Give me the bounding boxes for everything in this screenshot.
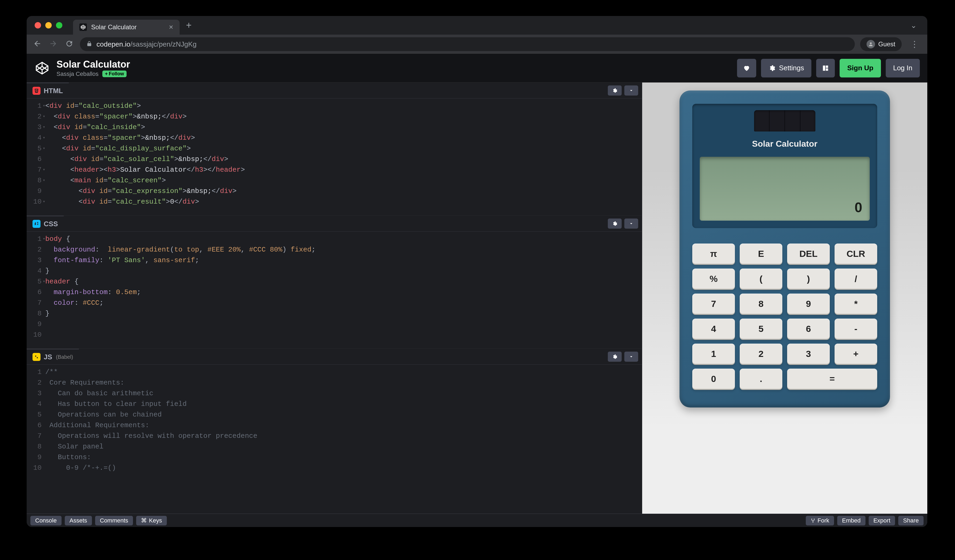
codepen-header: Solar Calculator Sassja Ceballos +Follow… xyxy=(27,54,927,83)
minimize-window-button[interactable] xyxy=(45,22,52,28)
browser-menu-icon[interactable]: ⋮ xyxy=(907,39,922,49)
fork-icon xyxy=(811,518,816,523)
html-tab[interactable]: HTML xyxy=(27,83,69,98)
maximize-window-button[interactable] xyxy=(56,22,63,28)
follow-button[interactable]: +Follow xyxy=(102,70,127,77)
close-window-button[interactable] xyxy=(34,22,41,28)
svg-point-14 xyxy=(813,522,813,523)
fork-button[interactable]: Fork xyxy=(806,516,834,526)
comments-button[interactable]: Comments xyxy=(95,516,133,526)
panel-collapse-button[interactable] xyxy=(624,86,638,95)
calc-display-surface: Solar Calculator 0 xyxy=(692,104,877,228)
calc-button-/[interactable]: / xyxy=(834,268,877,289)
signup-button[interactable]: Sign Up xyxy=(840,59,881,78)
console-button[interactable]: Console xyxy=(30,516,61,526)
calc-button-7[interactable]: 7 xyxy=(692,293,735,314)
calc-button-CLR[interactable]: CLR xyxy=(834,243,877,264)
svg-rect-9 xyxy=(826,69,828,71)
browser-tab[interactable]: Solar Calculator × xyxy=(73,20,180,34)
address-bar-row: codepen.io/sassjajc/pen/zNJgKg Guest ⋮ xyxy=(27,34,927,54)
calc-button-2[interactable]: 2 xyxy=(740,344,782,364)
calc-button-3[interactable]: 3 xyxy=(787,344,830,364)
tabs-overflow-icon[interactable]: ⌄ xyxy=(905,21,922,30)
avatar-icon xyxy=(867,40,875,48)
export-button[interactable]: Export xyxy=(869,516,895,526)
panel-label: HTML xyxy=(44,87,63,95)
calc-button-1[interactable]: 1 xyxy=(692,344,735,364)
calc-button-=[interactable]: = xyxy=(787,369,877,389)
calc-button-E[interactable]: E xyxy=(740,243,782,264)
calc-button-6[interactable]: 6 xyxy=(787,318,830,339)
pen-title: Solar Calculator xyxy=(56,59,130,70)
profile-chip[interactable]: Guest xyxy=(860,37,902,51)
calc-button-5[interactable]: 5 xyxy=(740,318,782,339)
browser-window: Solar Calculator × + ⌄ codepen.io/sassja… xyxy=(27,16,927,527)
codepen-app: Solar Calculator Sassja Ceballos +Follow… xyxy=(27,54,927,527)
forward-button[interactable] xyxy=(48,39,59,49)
calc-button-8[interactable]: 8 xyxy=(740,293,782,314)
login-button[interactable]: Log In xyxy=(886,59,920,78)
embed-button[interactable]: Embed xyxy=(837,516,866,526)
panel-settings-button[interactable] xyxy=(608,218,622,229)
close-tab-icon[interactable]: × xyxy=(169,23,173,31)
assets-button[interactable]: Assets xyxy=(65,516,92,526)
calc-button-)[interactable]: ) xyxy=(787,268,830,289)
calculator: Solar Calculator 0 πEDELCLR%()/789*456-1… xyxy=(679,90,890,407)
svg-rect-8 xyxy=(826,66,828,68)
calc-button-9[interactable]: 9 xyxy=(787,293,830,314)
plus-icon: + xyxy=(105,71,108,76)
panel-settings-button[interactable] xyxy=(608,352,622,362)
gear-icon xyxy=(769,65,775,72)
panel-label: JS xyxy=(44,353,52,361)
svg-point-11 xyxy=(37,357,38,359)
settings-button[interactable]: Settings xyxy=(761,59,812,78)
calc-button-%[interactable]: % xyxy=(692,268,735,289)
js-code-editor[interactable]: 12345678910 /** Core Requirements: Can d… xyxy=(27,365,642,513)
panel-settings-button[interactable] xyxy=(608,86,622,95)
calc-button-π[interactable]: π xyxy=(692,243,735,264)
calc-button-0[interactable]: 0 xyxy=(692,369,735,389)
calc-button-+[interactable]: + xyxy=(834,344,877,364)
calc-button-4[interactable]: 4 xyxy=(692,318,735,339)
svg-point-13 xyxy=(814,518,814,519)
layout-button[interactable] xyxy=(816,59,835,78)
profile-label: Guest xyxy=(878,41,895,48)
calc-result: 0 xyxy=(855,200,862,215)
share-button[interactable]: Share xyxy=(898,516,924,526)
url-text: codepen.io/sassjajc/pen/zNJgKg xyxy=(97,40,197,48)
keys-button[interactable]: ⌘ Keys xyxy=(136,516,167,526)
reload-button[interactable] xyxy=(64,39,75,49)
back-button[interactable] xyxy=(32,39,42,49)
js-editor-panel: JS (Babel) 12345678910 /** Core Requirem… xyxy=(27,349,642,514)
panel-collapse-button[interactable] xyxy=(624,218,638,229)
panel-collapse-button[interactable] xyxy=(624,352,638,362)
calc-button-*[interactable]: * xyxy=(834,293,877,314)
new-tab-button[interactable]: + xyxy=(186,20,192,31)
js-tab[interactable]: JS (Babel) xyxy=(27,349,79,364)
preview-pane: Solar Calculator 0 πEDELCLR%()/789*456-1… xyxy=(642,83,927,514)
calc-button-([interactable]: ( xyxy=(740,268,782,289)
panel-label: CSS xyxy=(44,220,58,228)
css-code-editor[interactable]: 1▾2345▾678910 body { background: linear-… xyxy=(27,232,642,348)
calc-button-.[interactable]: . xyxy=(740,369,782,389)
address-bar[interactable]: codepen.io/sassjajc/pen/zNJgKg xyxy=(80,37,855,51)
calc-button--[interactable]: - xyxy=(834,318,877,339)
lock-icon xyxy=(86,41,92,48)
css-tab[interactable]: CSS xyxy=(27,215,64,231)
calc-button-DEL[interactable]: DEL xyxy=(787,243,830,264)
solar-cell xyxy=(754,110,816,131)
calc-buttons: πEDELCLR%()/789*456-123+0.= xyxy=(692,243,877,389)
css-icon xyxy=(33,220,41,228)
tab-title: Solar Calculator xyxy=(91,23,165,31)
svg-point-10 xyxy=(35,356,36,357)
calc-screen: 0 xyxy=(700,157,870,221)
window-controls xyxy=(34,22,63,28)
html-code-editor[interactable]: 1▾2▾3▾4▾5▾67▾8▾910▾ <div id="calc_outsid… xyxy=(27,98,642,215)
codepen-logo-icon[interactable] xyxy=(34,60,50,76)
love-button[interactable] xyxy=(737,59,756,78)
tab-strip: Solar Calculator × + ⌄ xyxy=(27,16,927,34)
html-editor-panel: HTML 1▾2▾3▾4▾5▾67▾8▾910▾ <div id="calc_o… xyxy=(27,83,642,215)
svg-point-3 xyxy=(870,42,872,44)
pen-author[interactable]: Sassja Ceballos xyxy=(56,70,99,78)
calc-title: Solar Calculator xyxy=(700,139,870,149)
